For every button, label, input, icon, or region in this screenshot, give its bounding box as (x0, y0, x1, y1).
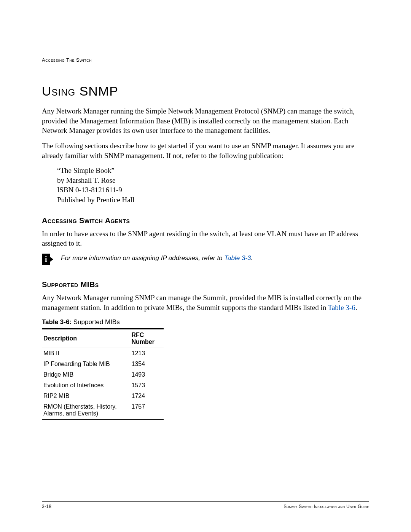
table-row: RMON (Etherstats, History, Alarms, and E… (42, 401, 164, 419)
table-title: Supported MIBs (73, 318, 120, 326)
body-paragraph: Any Network Manager running SNMP can man… (42, 293, 369, 312)
footer-page-number: 3-18 (42, 504, 51, 509)
page-container: Accessing The Switch Using SNMP Any Netw… (0, 0, 411, 532)
page-footer: 3-18 Summit Switch Installation and User… (42, 501, 369, 509)
table-row: MIB II 1213 (42, 348, 164, 359)
cell-rfc: 1757 (130, 401, 164, 419)
citation-line: Published by Prentice Hall (57, 195, 369, 205)
section-heading-mibs: Supported MIBs (42, 280, 369, 289)
citation-block: “The Simple Book” by Marshall T. Rose IS… (57, 166, 369, 205)
svg-marker-1 (50, 257, 53, 262)
mibs-para-link[interactable]: Table 3-6 (328, 304, 355, 312)
table-label: Table 3-6: (42, 318, 72, 326)
cell-desc: RMON (Etherstats, History, Alarms, and E… (42, 401, 130, 419)
table-row: RIP2 MIB 1724 (42, 391, 164, 401)
citation-line: “The Simple Book” (57, 166, 369, 176)
mibs-para-prefix: Any Network Manager running SNMP can man… (42, 294, 362, 312)
cell-desc: Bridge MIB (42, 369, 130, 380)
table-row: Bridge MIB 1493 (42, 369, 164, 380)
body-paragraph: The following sections describe how to g… (42, 141, 369, 160)
table-caption: Table 3-6: Supported MIBs (42, 318, 369, 326)
mibs-table: Description RFC Number MIB II 1213 IP Fo… (42, 328, 164, 420)
note-link[interactable]: Table 3-3 (224, 254, 251, 262)
cell-desc: MIB II (42, 348, 130, 359)
footer-guide-title: Summit Switch Installation and User Guid… (284, 504, 369, 509)
cell-rfc: 1573 (130, 380, 164, 391)
page-title: Using SNMP (42, 84, 369, 99)
cell-rfc: 1354 (130, 359, 164, 369)
cell-desc: IP Forwarding Table MIB (42, 359, 130, 369)
svg-text:i: i (45, 255, 47, 263)
note-prefix: For more information on assigning IP add… (61, 254, 224, 262)
table-row: Evolution of Interfaces 1573 (42, 380, 164, 391)
note-suffix: . (251, 254, 253, 262)
section-heading-agents: Accessing Switch Agents (42, 216, 369, 225)
cell-rfc: 1493 (130, 369, 164, 380)
body-paragraph: Any Network Manager running the Simple N… (42, 106, 369, 136)
cell-desc: RIP2 MIB (42, 391, 130, 401)
citation-line: ISBN 0-13-8121611-9 (57, 185, 369, 195)
info-icon: i (42, 254, 53, 265)
cell-desc: Evolution of Interfaces (42, 380, 130, 391)
table-header-rfc: RFC Number (130, 329, 164, 348)
cell-rfc: 1213 (130, 348, 164, 359)
mibs-para-suffix: . (355, 304, 357, 312)
table-header-desc: Description (42, 329, 130, 348)
cell-rfc: 1724 (130, 391, 164, 401)
body-paragraph: In order to have access to the SNMP agen… (42, 229, 369, 248)
running-header: Accessing The Switch (42, 57, 369, 63)
table-row: IP Forwarding Table MIB 1354 (42, 359, 164, 369)
citation-line: by Marshall T. Rose (57, 176, 369, 185)
note-text: For more information on assigning IP add… (61, 254, 253, 263)
note-callout: i For more information on assigning IP a… (42, 254, 369, 265)
